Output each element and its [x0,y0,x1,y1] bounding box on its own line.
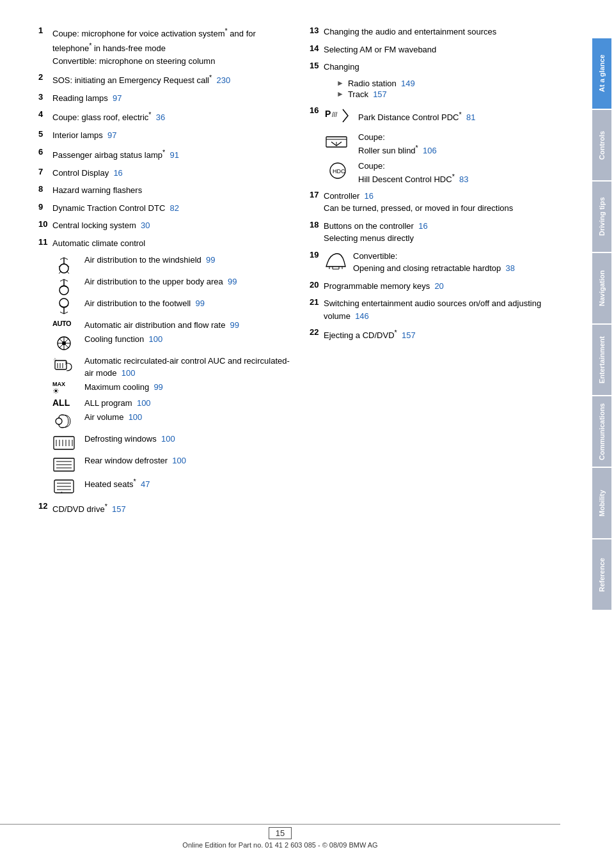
sub-item-text: Radio station 149 [348,79,415,88]
page-ref[interactable]: 100 [137,398,151,408]
page-ref[interactable]: 47 [141,479,150,489]
item-number: 5 [38,129,52,139]
page-ref[interactable]: 97 [107,130,116,140]
sub-item-text: Air volume 100 [84,412,290,423]
sidebar-tab-communications[interactable]: Communications [592,396,611,467]
sidebar-tab-driving-tips[interactable]: Driving tips [592,182,611,252]
item-text: Changing the audio and entertainment sou… [324,26,562,38]
page-ref[interactable]: 83 [459,175,468,185]
item-text: Selecting AM or FM waveband [324,43,562,56]
item-number: 21 [310,297,324,307]
sub-item-text: Air distribution to the upper body area … [84,276,290,288]
page-ref[interactable]: 100 [129,412,143,422]
page-ref[interactable]: 100 [122,368,136,378]
page-ref[interactable]: 16 [365,191,374,201]
svg-text:*: * [61,491,63,495]
item-text: Coupe: glass roof, electric* 36 [52,109,290,124]
sub-item: Cooling function 100 [52,334,290,353]
air-volume-icon [52,412,84,431]
sub-item: Air distribution to the upper body area … [52,276,290,295]
page-ref[interactable]: 91 [169,150,178,160]
arrow-icon: ► [336,79,344,88]
item-number: 12 [38,501,52,511]
svg-rect-26 [54,437,74,449]
page-ref[interactable]: 82 [170,203,179,213]
page-ref[interactable]: 230 [216,75,230,85]
sub-item-text: Heated seats* 47 [84,477,290,491]
item-number: 16 [310,105,324,115]
item15-sub: ► Radio station 149 ► Track 157 [324,79,562,99]
page-ref[interactable]: 99 [206,255,215,265]
left-column: 1 Coupe: microphone for voice activation… [38,26,290,521]
page-ref[interactable]: 36 [156,113,165,123]
recirc-icon: △ [52,355,84,375]
list-item: 14 Selecting AM or FM waveband [310,43,562,56]
svg-text:P: P [325,109,331,119]
svg-line-3 [64,258,68,260]
list-item: 7 Control Display 16 [38,167,290,180]
svg-point-25 [56,418,62,424]
heated-seats-icon: * [52,477,84,496]
defrost-rear-icon [52,455,84,474]
svg-point-19 [62,341,66,345]
sidebar-tab-reference[interactable]: Reference [592,539,611,610]
sub-item-text: Automatic air distribution and flow rate… [84,320,290,331]
page-ref[interactable]: 99 [228,277,237,286]
page-ref[interactable]: 100 [148,334,162,344]
page-ref[interactable]: 16 [418,221,427,231]
item-number: 9 [38,202,52,212]
sub-item: MAX ☀ Maximum cooling 99 [52,382,290,395]
sub-item: Air distribution to the footwell 99 [52,298,290,317]
item-number: 13 [310,26,324,35]
page-ref[interactable]: 20 [434,281,443,291]
page-ref[interactable]: 99 [154,382,162,392]
page-ref[interactable]: 149 [401,79,415,88]
list-item: 12 CD/DVD drive* 157 [38,501,290,516]
sidebar-tab-controls[interactable]: Controls [592,110,611,180]
item-number: 10 [38,219,52,229]
item-text: Controller 16Can be turned, pressed, or … [324,190,562,215]
page-number-box: 15 [269,827,292,839]
list-item: 16 P /// Park Distance Control PDC* 81 [310,105,562,128]
list-item: 17 Controller 16Can be turned, pressed, … [310,190,562,215]
item-text: Changing [324,61,562,74]
list-item: 5 Interior lamps 97 [38,129,290,142]
sidebar: At a glance Controls Driving tips Naviga… [587,0,614,868]
item-number: 18 [310,220,324,229]
page-ref[interactable]: 100 [161,434,175,444]
item-number: 3 [38,92,52,102]
page-ref[interactable]: 146 [355,311,369,321]
sub-item-text: Air distribution to the footwell 99 [84,298,290,309]
sidebar-tab-mobility[interactable]: Mobility [592,468,611,538]
sidebar-tab-navigation[interactable]: Navigation [592,253,611,323]
page-ref[interactable]: 100 [172,456,186,465]
page-ref[interactable]: 106 [423,146,437,155]
page-ref[interactable]: 157 [373,89,387,99]
page-ref[interactable]: 38 [506,263,515,273]
page-ref[interactable]: 16 [113,168,122,178]
sub-item-text: Defrosting windows 100 [84,433,290,445]
list-item: 19 Convertible:Opening and closing r [310,250,562,275]
page-ref[interactable]: 99 [230,320,239,330]
item-number: 15 [310,61,324,70]
item-text: Ejecting a CD/DVD* 157 [324,327,562,342]
item-number: 2 [38,72,52,82]
item-number: 14 [310,43,324,53]
sub-item: ALL ALL program 100 [52,398,290,409]
item-text: SOS: initiating an Emergency Request cal… [52,72,290,87]
page-ref[interactable]: 157 [112,504,126,514]
page-ref[interactable]: 99 [195,298,204,308]
sidebar-tab-at-a-glance[interactable]: At a glance [592,38,611,109]
svg-rect-20 [55,360,67,369]
page-ref[interactable]: 30 [141,221,150,230]
page-ref[interactable]: 81 [466,112,475,122]
list-item: 1 Coupe: microphone for voice activation… [38,26,290,67]
convertible-hardtop-icon [324,250,348,272]
air-upper-icon [52,276,84,295]
sidebar-tab-entertainment[interactable]: Entertainment [592,325,611,395]
item-text: Passenger airbag status lamp* 91 [52,147,290,162]
page-ref[interactable]: 97 [113,93,122,103]
list-item: 2 SOS: initiating an Emergency Request c… [38,72,290,87]
page-ref[interactable]: 157 [402,331,416,341]
sub-item: Air distribution to the windshield 99 [52,254,290,274]
